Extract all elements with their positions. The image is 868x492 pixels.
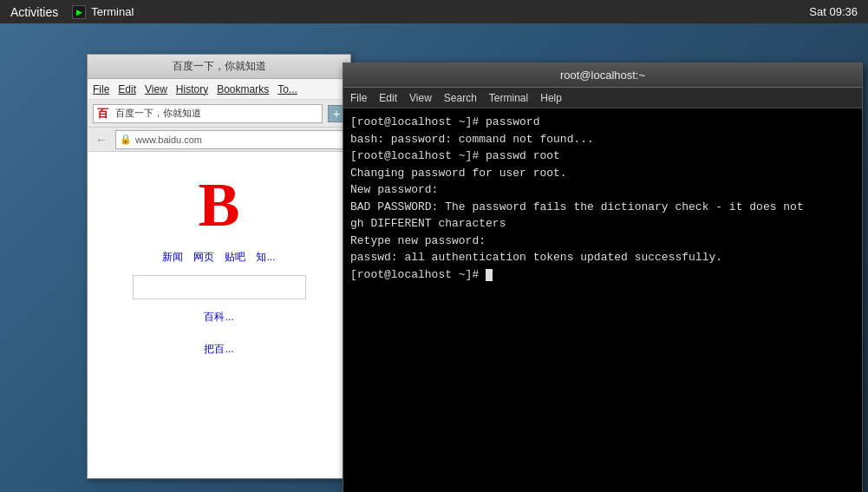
terminal-menu-file[interactable]: File [350,92,367,104]
term-line-5: New password: [350,181,855,199]
terminal-menu-search[interactable]: Search [444,92,477,104]
term-line-1: [root@localhost ~]# password [350,114,855,131]
location-bar[interactable]: 🔒 www.baidu.com [115,130,345,149]
nav-web[interactable]: 网页 [193,250,214,265]
browser-menu-tools[interactable]: To... [277,83,297,95]
terminal-menu-terminal[interactable]: Terminal [489,92,528,104]
term-line-4: Changing password for user root. [350,165,855,182]
terminal-app-icon: ▶ [72,5,86,19]
terminal-menu-view[interactable]: View [409,92,432,104]
browser-menu-view[interactable]: View [145,83,167,95]
browser-navrow: ← 🔒 www.baidu.com [88,128,350,152]
term-line-3: [root@localhost ~]# passwd root [350,148,855,165]
browser-menu-bookmarks[interactable]: Bookmarks [217,83,269,95]
terminal-menu-help[interactable]: Help [540,92,562,104]
extra-baike[interactable]: 百科... [204,310,233,325]
activities-label[interactable]: Activities [10,5,58,19]
browser-menu-history[interactable]: History [176,83,208,95]
term-line-7: gh DIFFERENT characters [350,215,855,233]
nav-news[interactable]: 新闻 [162,250,183,265]
browser-content: B 新闻 网页 贴吧 知... 百科... 把百... [88,152,350,478]
app-name-label: Terminal [91,5,134,18]
url-text: www.baidu.com [135,134,202,145]
terminal-title: root@localhost:~ [352,69,853,82]
baidu-nav-links: 新闻 网页 贴吧 知... [162,250,275,265]
browser-search-bar[interactable]: 百 百度一下，你就知道 [93,104,323,123]
browser-menu-edit[interactable]: Edit [118,83,136,95]
term-line-10: [root@localhost ~]# [350,266,855,284]
browser-menubar: File Edit View History Bookmarks To... [88,79,350,100]
nav-more[interactable]: 知... [256,250,275,265]
browser-window: 百度一下，你就知道 File Edit View History Bookmar… [87,54,351,479]
clock-label: Sat 09:36 [809,5,858,18]
term-line-8: Retype new password: [350,233,855,250]
desktop: 百度一下，你就知道 File Edit View History Bookmar… [0,23,868,492]
browser-toolbar: 百 百度一下，你就知道 + [88,100,350,128]
top-bar: Activities ▶ Terminal Sat 09:36 [0,0,868,23]
terminal-menu-edit[interactable]: Edit [379,92,397,104]
term-line-9: passwd: all authentication tokens update… [350,249,855,266]
nav-tieba[interactable]: 贴吧 [225,250,245,265]
topbar-left: Activities ▶ Terminal [10,5,134,19]
back-button[interactable]: ← [93,131,110,148]
topbar-app: ▶ Terminal [72,5,134,19]
browser-title: 百度一下，你就知道 [95,59,343,74]
baidu-logo-area: B [198,169,239,241]
browser-search-text: 百度一下，你就知道 [115,107,201,120]
browser-menu-file[interactable]: File [93,83,109,95]
baidu-bottom-link[interactable]: 把百... [204,342,233,357]
terminal-window: root@localhost:~ File Edit View Search T… [343,62,863,492]
term-line-2: bash: password: command not found... [350,131,855,148]
terminal-titlebar: root@localhost:~ [343,63,862,88]
term-line-6: BAD PASSWORD: The password fails the dic… [350,199,855,216]
cursor [486,269,493,281]
lock-icon: 🔒 [120,134,132,145]
terminal-content[interactable]: [root@localhost ~]# password bash: passw… [343,108,862,492]
baidu-search-input[interactable] [133,275,306,299]
baidu-logo: B [198,169,239,241]
browser-titlebar: 百度一下，你就知道 [88,55,350,79]
terminal-menubar: File Edit View Search Terminal Help [343,88,862,108]
baidu-logo-small: 百 [97,106,108,121]
baidu-extra-links: 百科... [204,310,233,325]
